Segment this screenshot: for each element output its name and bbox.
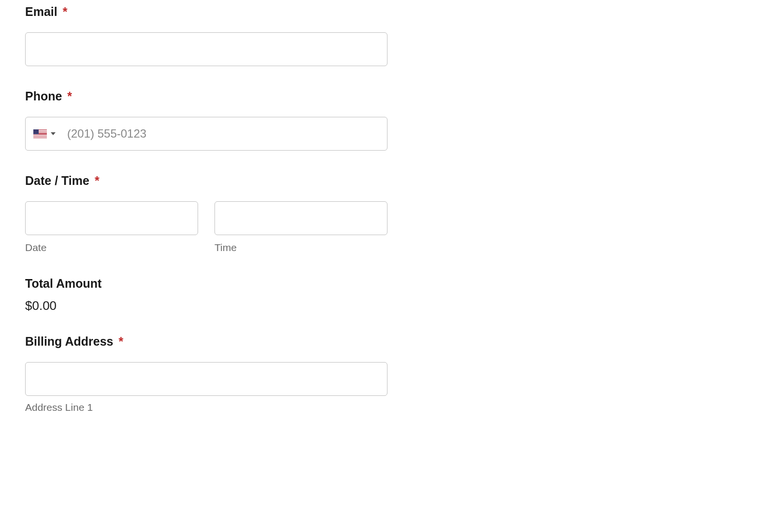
- total-amount-label: Total Amount: [25, 277, 748, 291]
- required-asterisk: *: [118, 335, 123, 348]
- required-asterisk: *: [95, 174, 100, 187]
- datetime-label-text: Date / Time: [25, 174, 89, 187]
- datetime-label: Date / Time *: [25, 174, 748, 188]
- address-line1-sublabel: Address Line 1: [25, 402, 748, 413]
- billing-address-group: Billing Address * Address Line 1: [25, 335, 748, 413]
- required-asterisk: *: [67, 89, 72, 103]
- email-label: Email *: [25, 5, 748, 19]
- phone-group: Phone *: [25, 89, 748, 151]
- date-sublabel: Date: [25, 242, 198, 253]
- country-code-select[interactable]: [26, 117, 63, 150]
- total-amount-group: Total Amount $0.00: [25, 277, 748, 313]
- chevron-down-icon: [51, 132, 56, 135]
- phone-input-wrapper: [25, 117, 387, 151]
- email-group: Email *: [25, 5, 748, 66]
- total-amount-label-text: Total Amount: [25, 277, 101, 290]
- time-input[interactable]: [215, 201, 387, 235]
- date-col: Date: [25, 201, 198, 253]
- us-flag-icon: [33, 129, 47, 138]
- phone-label-text: Phone: [25, 89, 62, 103]
- datetime-group: Date / Time * Date Time: [25, 174, 748, 253]
- time-sublabel: Time: [215, 242, 387, 253]
- billing-address-label-text: Billing Address: [25, 335, 113, 348]
- address-line1-input[interactable]: [25, 362, 387, 396]
- total-amount-value: $0.00: [25, 298, 748, 313]
- billing-address-label: Billing Address *: [25, 335, 748, 349]
- phone-input[interactable]: [63, 117, 387, 150]
- datetime-row: Date Time: [25, 201, 748, 253]
- required-asterisk: *: [63, 5, 68, 18]
- email-input[interactable]: [25, 32, 387, 66]
- date-input[interactable]: [25, 201, 198, 235]
- time-col: Time: [215, 201, 387, 253]
- phone-label: Phone *: [25, 89, 748, 103]
- email-label-text: Email: [25, 5, 57, 18]
